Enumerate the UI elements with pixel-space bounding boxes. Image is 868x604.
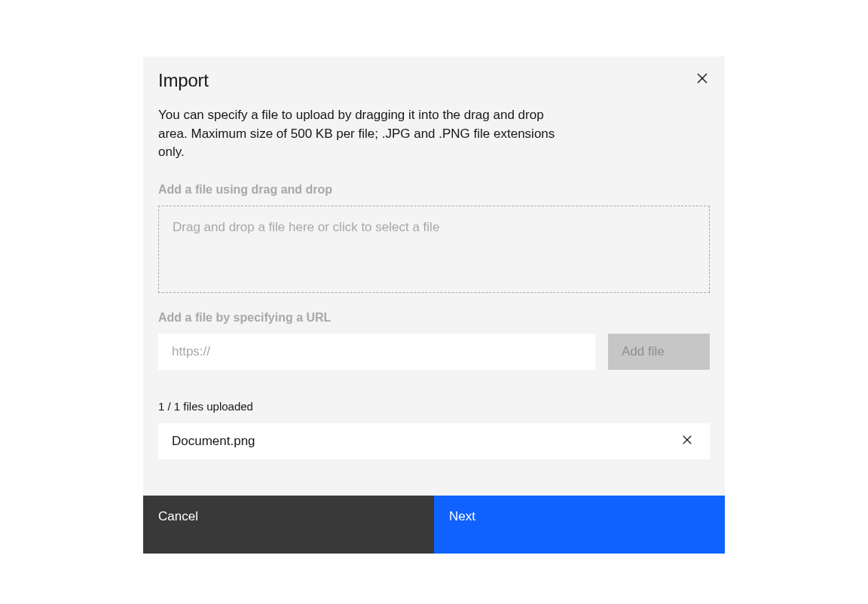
next-button[interactable]: Next — [434, 496, 725, 554]
dropzone-instruction: Drag and drop a file here or click to se… — [173, 220, 695, 235]
uploaded-file-name: Document.png — [172, 434, 255, 449]
modal-body: Import You can specify a file to upload … — [143, 56, 725, 496]
close-icon — [696, 72, 708, 87]
drag-drop-section-label: Add a file using drag and drop — [158, 183, 710, 197]
remove-file-button[interactable] — [675, 429, 699, 453]
cancel-button[interactable]: Cancel — [143, 496, 434, 554]
modal-title: Import — [158, 70, 710, 91]
upload-status-text: 1 / 1 files uploaded — [158, 400, 710, 413]
modal-footer: Cancel Next — [143, 496, 725, 554]
close-button[interactable] — [690, 67, 714, 91]
import-modal: Import You can specify a file to upload … — [143, 56, 725, 554]
close-icon — [682, 435, 692, 447]
url-input-row: Add file — [158, 334, 710, 370]
modal-description: You can specify a file to upload by drag… — [158, 106, 565, 162]
url-section-label: Add a file by specifying a URL — [158, 311, 710, 325]
add-file-button[interactable]: Add file — [608, 334, 710, 370]
uploaded-file-item: Document.png — [158, 423, 710, 459]
file-dropzone[interactable]: Drag and drop a file here or click to se… — [158, 206, 710, 293]
file-url-input[interactable] — [158, 334, 595, 370]
